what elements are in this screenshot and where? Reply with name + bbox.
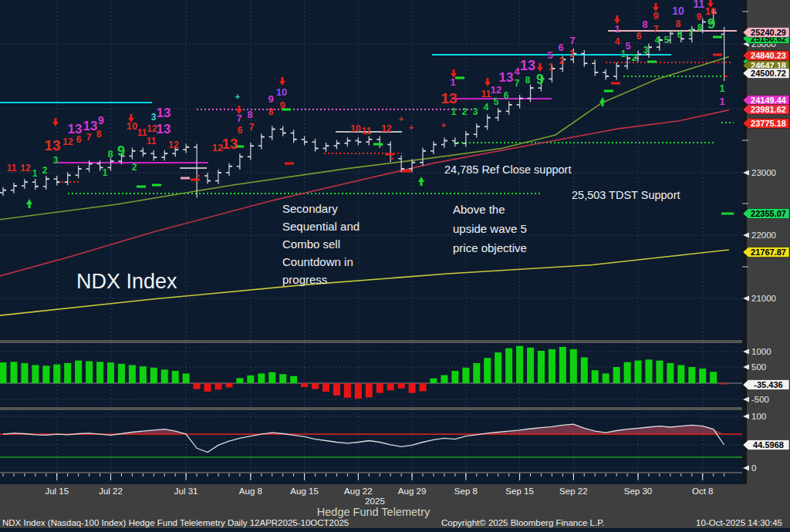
svg-text:-35.436: -35.436 xyxy=(754,380,782,389)
svg-text:11: 11 xyxy=(362,126,372,136)
svg-text:13: 13 xyxy=(157,106,171,120)
svg-text:1: 1 xyxy=(549,62,554,72)
svg-text:Jul 22: Jul 22 xyxy=(99,487,123,496)
svg-text:21000: 21000 xyxy=(751,294,776,303)
svg-text:11: 11 xyxy=(7,163,17,173)
svg-text:10: 10 xyxy=(705,5,716,17)
svg-text:1000: 1000 xyxy=(751,347,771,356)
svg-text:+: + xyxy=(409,123,414,132)
svg-text:8: 8 xyxy=(676,19,681,29)
svg-text:5: 5 xyxy=(626,41,631,52)
footer-timestamp: 10-Oct-2025 14:30:45 xyxy=(696,518,782,527)
svg-text:9: 9 xyxy=(279,99,285,111)
svg-text:7: 7 xyxy=(249,122,255,133)
svg-text:12: 12 xyxy=(20,163,31,173)
svg-text:22000: 22000 xyxy=(751,231,776,240)
svg-text:7: 7 xyxy=(515,78,520,89)
svg-text:+: + xyxy=(399,114,403,123)
svg-text:1: 1 xyxy=(719,96,724,107)
svg-text:0: 0 xyxy=(751,463,756,473)
svg-text:Sep 15: Sep 15 xyxy=(505,487,533,496)
svg-text:3: 3 xyxy=(53,155,59,166)
svg-text:6: 6 xyxy=(504,90,509,101)
svg-text:+: + xyxy=(441,120,446,130)
svg-text:11: 11 xyxy=(481,89,491,99)
bloomberg-chart-window: 1112123131267813139891210111231313111212… xyxy=(0,0,790,532)
chart-canvas[interactable]: 1112123131267813139891210111231313111212… xyxy=(0,0,790,532)
svg-text:5: 5 xyxy=(664,35,670,45)
svg-text:2: 2 xyxy=(132,162,137,173)
svg-text:12: 12 xyxy=(62,136,73,147)
instrument-label: NDX Index xyxy=(76,270,177,294)
svg-text:11: 11 xyxy=(694,0,705,10)
svg-text:Jul 15: Jul 15 xyxy=(45,487,69,496)
svg-text:8: 8 xyxy=(247,109,252,120)
svg-text:1: 1 xyxy=(719,82,724,94)
svg-text:3: 3 xyxy=(643,45,649,56)
panel-separator-3 xyxy=(0,472,742,473)
svg-text:9: 9 xyxy=(268,93,273,105)
svg-text:12: 12 xyxy=(381,123,392,134)
svg-text:10: 10 xyxy=(127,120,137,132)
svg-text:12: 12 xyxy=(491,84,501,96)
svg-text:6: 6 xyxy=(558,42,563,53)
svg-text:1: 1 xyxy=(614,23,620,35)
svg-text:-500: -500 xyxy=(751,395,769,404)
hedge-fund-telemetry-watermark: Hedge Fund Telemetry xyxy=(0,506,747,518)
svg-text:23775.18: 23775.18 xyxy=(751,119,786,128)
svg-text:6: 6 xyxy=(677,29,683,40)
svg-text:1: 1 xyxy=(621,49,626,59)
svg-text:12: 12 xyxy=(168,140,179,150)
svg-text:Aug 15: Aug 15 xyxy=(290,487,318,496)
svg-text:Aug 29: Aug 29 xyxy=(398,487,426,496)
svg-text:24149.44: 24149.44 xyxy=(751,96,787,105)
svg-text:13: 13 xyxy=(499,70,514,85)
svg-text:1: 1 xyxy=(451,106,457,117)
tdst-support-annotation: 25,503 TDST Support xyxy=(572,189,680,201)
plot-background xyxy=(0,0,742,484)
svg-text:7: 7 xyxy=(236,113,241,124)
svg-text:6: 6 xyxy=(636,31,642,42)
svg-text:100: 100 xyxy=(751,412,766,421)
svg-text:8: 8 xyxy=(525,75,531,86)
svg-text:5: 5 xyxy=(547,49,552,61)
svg-text:9: 9 xyxy=(697,12,702,22)
svg-text:25240.29: 25240.29 xyxy=(751,28,786,37)
svg-text:4: 4 xyxy=(484,102,489,113)
svg-text:21767.87: 21767.87 xyxy=(751,247,786,257)
svg-text:9: 9 xyxy=(536,72,544,87)
svg-text:10: 10 xyxy=(276,86,287,98)
svg-text:5: 5 xyxy=(494,96,499,107)
svg-text:8: 8 xyxy=(268,106,274,117)
wave-objective-annotation: Above the upside wave 5 price objective xyxy=(453,200,527,258)
svg-text:4: 4 xyxy=(655,35,660,45)
svg-text:6: 6 xyxy=(238,125,243,136)
svg-text:Aug 8: Aug 8 xyxy=(239,487,262,496)
svg-text:8: 8 xyxy=(107,148,113,160)
footer-copyright: Copyright© 2025 Bloomberg Finance L.P. xyxy=(441,518,605,527)
panel-separator-1 xyxy=(0,340,742,343)
footer-chart-title: NDX Index (Nasdaq-100 Index) Hedge Fund … xyxy=(2,518,349,527)
svg-text:13: 13 xyxy=(68,122,83,136)
svg-text:23981.62: 23981.62 xyxy=(751,105,786,114)
svg-text:Oct 8: Oct 8 xyxy=(692,487,713,496)
svg-text:9: 9 xyxy=(707,15,716,32)
svg-text:44.5968: 44.5968 xyxy=(753,440,784,450)
countdown-commentary: Secondary Sequential and Combo sell Coun… xyxy=(282,200,360,288)
svg-text:22355.07: 22355.07 xyxy=(751,209,786,218)
svg-text:+: + xyxy=(235,92,240,101)
svg-text:2: 2 xyxy=(559,56,565,66)
svg-text:9: 9 xyxy=(117,143,125,159)
svg-text:1: 1 xyxy=(450,76,455,88)
svg-text:3: 3 xyxy=(473,106,478,117)
bottom-edge-strip xyxy=(0,528,790,532)
svg-text:13: 13 xyxy=(157,122,171,136)
svg-text:24500.72: 24500.72 xyxy=(751,69,786,78)
svg-text:9: 9 xyxy=(98,114,104,126)
svg-text:7: 7 xyxy=(653,24,659,35)
svg-text:Sep 8: Sep 8 xyxy=(454,487,478,496)
svg-text:8: 8 xyxy=(642,19,647,30)
year-label: 2025 xyxy=(365,497,385,506)
svg-text:Sep 30: Sep 30 xyxy=(624,487,652,496)
svg-text:2: 2 xyxy=(462,106,468,117)
